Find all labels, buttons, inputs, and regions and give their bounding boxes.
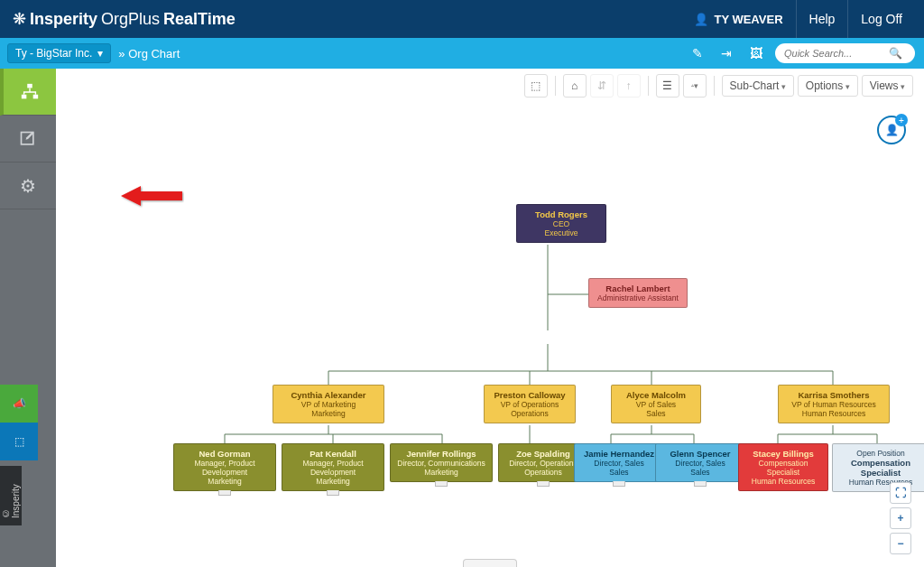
zoom-in-button[interactable]: + [890, 507, 911, 529]
node-leaf[interactable]: Pat Kendall Manager, Product Development… [282, 443, 384, 491]
brand-logo: ❋ Insperity OrgPlus RealTime [13, 9, 236, 29]
node-name: Open Position [838, 449, 923, 458]
search-box[interactable]: 🔍 [775, 43, 915, 63]
node-name: Jennifer Rollings [396, 449, 486, 459]
brand-suffix: RealTime [163, 10, 236, 29]
node-name: Stacey Billings [744, 449, 822, 459]
node-leaf[interactable]: Jamie Hernandez Director, Sales Sales [574, 443, 664, 482]
node-title: CEO [522, 219, 600, 228]
search-icon[interactable]: 🔍 [889, 47, 902, 60]
node-vp-hr[interactable]: Karrisa Smothers VP of Human Resources H… [778, 385, 890, 423]
box-icon: ⬚ [14, 435, 24, 448]
copyright-label: © Insperity [0, 466, 22, 525]
home-icon[interactable]: ⌂ [563, 74, 587, 98]
up-icon[interactable]: ↑ [617, 74, 641, 98]
drawer-handle[interactable] [463, 559, 517, 567]
expand-handle[interactable] [537, 481, 550, 487]
node-title: Compensation Specialist [744, 459, 822, 477]
node-name: Alyce Malcolm [617, 390, 695, 400]
node-dept: Operations [490, 409, 569, 418]
node-dept: Marketing [288, 477, 378, 486]
node-title: Director, Sales [580, 459, 658, 468]
node-title: VP of Human Resources [784, 400, 883, 409]
svg-marker-8 [121, 186, 182, 206]
node-name: Pat Kendall [288, 449, 378, 459]
node-title: VP of Sales [617, 400, 695, 409]
canvas-toolbar: ⬚ ⌂ ⇵ ↑ ☰ Sub-Chart Options Views [524, 74, 913, 98]
export-icon[interactable]: ⇥ [716, 42, 737, 64]
views-dropdown[interactable]: Views [862, 75, 913, 97]
node-vp-marketing[interactable]: Cynthia Alexander VP of Marketing Market… [273, 385, 384, 423]
node-name: Glenn Spencer [661, 449, 739, 459]
sidebar-item-settings[interactable]: ⚙ [0, 163, 56, 209]
breadcrumb: » Org Chart [118, 47, 180, 60]
node-leaf[interactable]: Jennifer Rollings Director, Communicatio… [390, 443, 493, 482]
node-assistant[interactable]: Rachel Lambert Administrative Assistant [588, 278, 688, 308]
node-name: Karrisa Smothers [784, 390, 883, 400]
edit-icon[interactable]: ✎ [687, 42, 708, 64]
megaphone-icon: 📣 [13, 397, 26, 410]
sidebar-item-edit[interactable] [0, 116, 56, 163]
node-leaf[interactable]: Glenn Spencer Director, Sales Sales [655, 443, 745, 482]
search-input[interactable] [784, 48, 883, 59]
svg-rect-0 [27, 83, 32, 88]
person-icon: 👤 [885, 124, 899, 136]
node-name: Rachel Lambert [595, 284, 681, 293]
logoff-link[interactable]: Log Off [847, 0, 915, 38]
list-view-icon[interactable]: ☰ [656, 74, 679, 98]
node-title: VP of Marketing [279, 400, 378, 409]
node-dept: Marketing [180, 477, 270, 486]
sidebar-package[interactable]: ⬚ [0, 423, 38, 460]
current-user[interactable]: 👤 TY WEAVER [681, 0, 795, 38]
expand-handle[interactable] [435, 481, 448, 487]
user-icon: 👤 [694, 13, 708, 26]
node-leaf[interactable]: Stacey Billings Compensation Specialist … [738, 443, 828, 491]
fullscreen-button[interactable]: ⛶ [890, 482, 911, 504]
chart-canvas[interactable]: ⬚ ⌂ ⇵ ↑ ☰ Sub-Chart Options Views 👤 + [56, 69, 924, 567]
node-vp-operations[interactable]: Preston Calloway VP of Operations Operat… [484, 385, 576, 423]
select-tool-icon[interactable]: ⬚ [524, 74, 548, 98]
collapse-icon[interactable]: ⇵ [590, 74, 614, 98]
node-title: Director, Sales [661, 459, 739, 468]
sidebar-promote[interactable]: 📣 [0, 385, 38, 423]
expand-handle[interactable] [327, 490, 339, 496]
node-name: Jamie Hernandez [580, 449, 658, 459]
org-selector[interactable]: Ty - BigStar Inc. ▾ [7, 43, 111, 63]
node-dept: Sales [580, 468, 658, 477]
topbar: ❋ Insperity OrgPlus RealTime 👤 TY WEAVER… [0, 0, 924, 38]
expand-handle[interactable] [218, 490, 231, 496]
svg-rect-6 [692, 86, 693, 87]
expand-handle[interactable] [694, 481, 707, 487]
options-dropdown[interactable]: Options [798, 75, 858, 97]
user-name: TY WEAVER [714, 13, 782, 26]
svg-rect-7 [693, 86, 694, 87]
node-dept: Operations [504, 468, 582, 477]
image-icon[interactable]: 🖼 [744, 42, 768, 64]
chevron-down-icon: ▾ [97, 47, 103, 60]
sidebar-item-chart[interactable] [0, 69, 56, 116]
help-link[interactable]: Help [796, 0, 848, 38]
pointer-arrow-icon [121, 182, 184, 209]
node-name: Zoe Spalding [504, 449, 582, 459]
node-name: Cynthia Alexander [279, 390, 378, 400]
node-leaf[interactable]: Ned Gorman Manager, Product Development … [173, 443, 276, 491]
node-name: Preston Calloway [490, 390, 569, 400]
svg-rect-4 [692, 85, 693, 86]
compose-icon [19, 130, 37, 148]
node-title: Manager, Product Development [180, 459, 270, 477]
gear-icon: ⚙ [20, 175, 36, 197]
node-dept: Marketing [396, 468, 486, 477]
sidebar: ⚙ 📣 ⬚ © Insperity [0, 69, 56, 567]
expand-handle[interactable] [613, 481, 625, 487]
node-vp-sales[interactable]: Alyce Malcolm VP of Sales Sales [611, 385, 701, 423]
subchart-dropdown[interactable]: Sub-Chart [722, 75, 794, 97]
org-chart-icon [20, 82, 40, 102]
org-selector-label: Ty - BigStar Inc. [15, 47, 92, 60]
layout-icon[interactable] [683, 74, 707, 98]
zoom-out-button[interactable]: − [890, 533, 911, 554]
node-name: Todd Rogers [522, 209, 600, 219]
profile-bubble[interactable]: 👤 + [877, 116, 906, 144]
brand-company: Insperity [30, 10, 97, 29]
node-title: Compensation Specialist [838, 458, 923, 478]
node-ceo[interactable]: Todd Rogers CEO Executive [516, 204, 606, 243]
